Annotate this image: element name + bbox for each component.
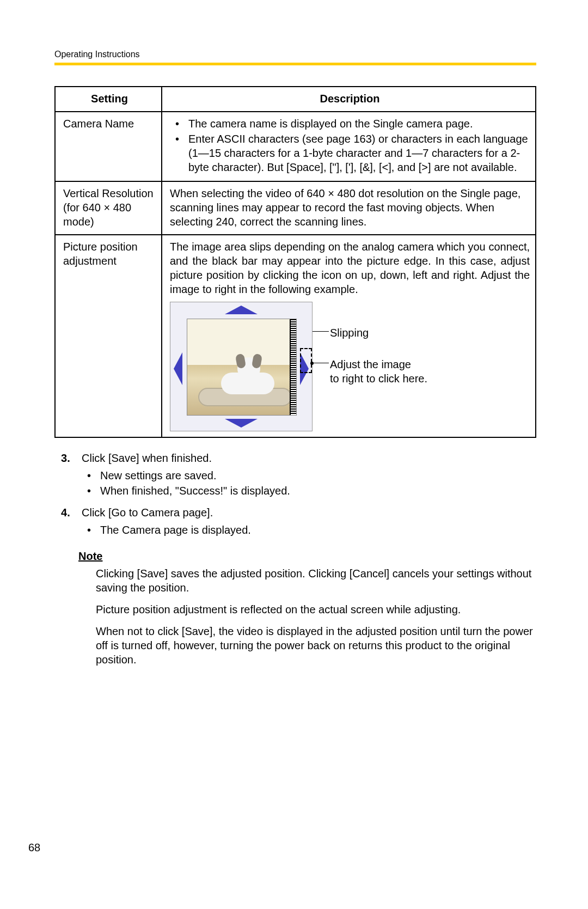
dog-ear — [252, 353, 262, 369]
step-item: Click [Go to Camera page]. The Camera pa… — [54, 505, 536, 537]
dog-ear — [235, 353, 246, 369]
camera-preview-image — [187, 319, 297, 416]
setting-cell: Vertical Resolution (for 640 × 480 mode) — [55, 181, 162, 235]
description-text: The image area slips depending on the an… — [170, 240, 530, 296]
setting-cell: Camera Name — [55, 112, 162, 181]
note-body: Clicking [Save] saves the adjusted posit… — [54, 566, 536, 667]
step-text: Click [Save] when finished. — [82, 452, 212, 464]
callout-text: Slipping — [330, 327, 369, 339]
description-cell: The image area slips depending on the an… — [162, 235, 536, 437]
bullet: When finished, "Success!" is displayed. — [82, 484, 536, 498]
picture-viewer — [170, 302, 313, 431]
th-setting: Setting — [55, 87, 162, 112]
description-cell: When selecting the video of 640 × 480 do… — [162, 181, 536, 235]
header-rule — [54, 63, 536, 65]
document-page: Operating Instructions Setting Descripti… — [0, 0, 588, 909]
arrow-left-icon[interactable] — [174, 352, 182, 385]
table-row: Camera Name The camera name is displayed… — [55, 112, 536, 181]
black-edge-bar — [290, 319, 296, 415]
note-paragraph: When not to click [Save], the video is d… — [96, 624, 536, 667]
bullet: The camera name is displayed on the Sing… — [170, 117, 530, 131]
step-item: Click [Save] when finished. New settings… — [54, 451, 536, 498]
running-header: Operating Instructions — [54, 49, 536, 60]
table-row: Picture position adjustment The image ar… — [55, 235, 536, 437]
note-paragraph: Clicking [Save] saves the adjusted posit… — [96, 566, 536, 595]
bullet: New settings are saved. — [82, 468, 536, 483]
note-heading: Note — [78, 549, 536, 563]
instruction-steps: Click [Save] when finished. New settings… — [54, 451, 536, 537]
settings-table: Setting Description Camera Name The came… — [54, 86, 536, 438]
callout-adjust: Adjust the image to right to click here. — [330, 357, 427, 386]
click-target-box[interactable] — [300, 348, 312, 373]
bullet: Enter ASCII characters (see page 163) or… — [170, 132, 530, 174]
picture-adjustment-diagram: Slipping Adjust the image to right to cl… — [170, 302, 530, 431]
bullet: The Camera page is displayed. — [82, 523, 536, 537]
arrow-down-icon[interactable] — [225, 419, 258, 428]
table-row: Vertical Resolution (for 640 × 480 mode)… — [55, 181, 536, 235]
step-text: Click [Go to Camera page]. — [82, 507, 213, 518]
callout-slipping: Slipping — [330, 326, 369, 340]
description-cell: The camera name is displayed on the Sing… — [162, 112, 536, 181]
th-description: Description — [162, 87, 536, 112]
note-paragraph: Picture position adjustment is reflected… — [96, 602, 536, 617]
arrow-up-icon[interactable] — [225, 306, 258, 314]
callout-text: to right to click here. — [330, 373, 427, 385]
page-number: 68 — [28, 840, 40, 855]
callout-text: Adjust the image — [330, 358, 411, 370]
setting-cell: Picture position adjustment — [55, 235, 162, 437]
